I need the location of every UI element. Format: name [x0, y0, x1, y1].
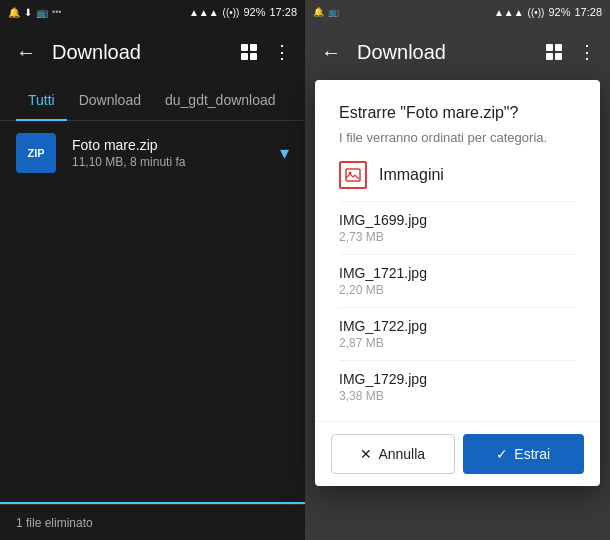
- extract-icon: ✓: [496, 446, 508, 462]
- right-grid-view-button[interactable]: [540, 38, 568, 66]
- cancel-label: Annulla: [378, 446, 425, 462]
- notification-icon: 🔔: [8, 7, 20, 18]
- file-name: Foto mare.zip: [72, 137, 264, 153]
- img-1722-name: IMG_1722.jpg: [339, 318, 576, 334]
- tab-download[interactable]: Download: [67, 80, 153, 120]
- file-info: Foto mare.zip 11,10 MB, 8 minuti fa: [72, 137, 264, 169]
- grid-view-button[interactable]: [235, 38, 263, 66]
- file-row-0: IMG_1699.jpg 2,73 MB: [339, 201, 576, 254]
- images-section-header: Immagini: [339, 161, 576, 189]
- dialog-content: Estrarre "Foto mare.zip"? I file verrann…: [315, 80, 600, 413]
- time-left: 17:28: [269, 6, 297, 18]
- more-options-button[interactable]: ⋮: [267, 35, 297, 69]
- left-status-bar: 🔔 ⬇ 📺 ••• ▲▲▲ ((•)) 92% 17:28: [0, 0, 305, 24]
- wifi-icon: ((•)): [223, 7, 240, 18]
- dots-icon: •••: [52, 7, 61, 17]
- page-title: Download: [52, 41, 227, 64]
- left-panel: 🔔 ⬇ 📺 ••• ▲▲▲ ((•)) 92% 17:28 ← Download…: [0, 0, 305, 540]
- img-1729-size: 3,38 MB: [339, 389, 576, 403]
- extract-button[interactable]: ✓ Estrai: [463, 434, 585, 474]
- right-toolbar: ← Download ⋮: [305, 24, 610, 80]
- img-1729-name: IMG_1729.jpg: [339, 371, 576, 387]
- right-screen-icon: 📺: [328, 7, 339, 17]
- img-1722-size: 2,87 MB: [339, 336, 576, 350]
- tab-du-gdt[interactable]: du_gdt_download: [153, 80, 288, 120]
- screen-icon: 📺: [36, 7, 48, 18]
- right-notification-icon: 🔔: [313, 7, 324, 17]
- dialog-actions: ✕ Annulla ✓ Estrai: [315, 421, 600, 486]
- download-status-icon: ⬇: [24, 7, 32, 18]
- img-1699-size: 2,73 MB: [339, 230, 576, 244]
- toolbar-icons: ⋮: [235, 35, 297, 69]
- zip-file-icon: ZIP: [16, 133, 56, 173]
- cancel-button[interactable]: ✕ Annulla: [331, 434, 455, 474]
- tab-tutti[interactable]: Tutti: [16, 80, 67, 120]
- img-1721-name: IMG_1721.jpg: [339, 265, 576, 281]
- signal-icon: ▲▲▲: [189, 7, 219, 18]
- bottom-bar: 1 file eliminato: [0, 504, 305, 540]
- file-row-2: IMG_1722.jpg 2,87 MB: [339, 307, 576, 360]
- right-time: 17:28: [574, 6, 602, 18]
- right-battery: 92%: [548, 6, 570, 18]
- extract-label: Estrai: [514, 446, 550, 462]
- left-toolbar: ← Download ⋮: [0, 24, 305, 80]
- tabs-bar: Tutti Download du_gdt_download: [0, 80, 305, 121]
- right-panel: 🔔 📺 ▲▲▲ ((•)) 92% 17:28 ← Download ⋮ Est…: [305, 0, 610, 540]
- bottom-status-text: 1 file eliminato: [16, 516, 93, 530]
- file-meta: 11,10 MB, 8 minuti fa: [72, 155, 264, 169]
- file-row-1: IMG_1721.jpg 2,20 MB: [339, 254, 576, 307]
- images-icon: [339, 161, 367, 189]
- dialog-title: Estrarre "Foto mare.zip"?: [339, 104, 576, 122]
- file-item[interactable]: ZIP Foto mare.zip 11,10 MB, 8 minuti fa …: [0, 121, 305, 185]
- extract-dialog: Estrarre "Foto mare.zip"? I file verrann…: [315, 80, 600, 486]
- right-page-title: Download: [357, 41, 532, 64]
- battery-left: 92%: [243, 6, 265, 18]
- right-back-button[interactable]: ←: [313, 33, 349, 72]
- img-1721-size: 2,20 MB: [339, 283, 576, 297]
- right-signal-icon: ▲▲▲: [494, 7, 524, 18]
- images-section-label: Immagini: [379, 166, 444, 184]
- back-button[interactable]: ←: [8, 33, 44, 72]
- right-toolbar-icons: ⋮: [540, 35, 602, 69]
- right-more-options-button[interactable]: ⋮: [572, 35, 602, 69]
- dialog-subtitle: I file verranno ordinati per categoria.: [339, 130, 576, 145]
- cancel-icon: ✕: [360, 446, 372, 462]
- right-wifi-icon: ((•)): [528, 7, 545, 18]
- file-list: ZIP Foto mare.zip 11,10 MB, 8 minuti fa …: [0, 121, 305, 504]
- svg-rect-0: [346, 169, 360, 181]
- progress-indicator: [0, 502, 305, 504]
- expand-icon[interactable]: ▾: [280, 142, 289, 164]
- file-row-3: IMG_1729.jpg 3,38 MB: [339, 360, 576, 413]
- img-1699-name: IMG_1699.jpg: [339, 212, 576, 228]
- right-status-bar: 🔔 📺 ▲▲▲ ((•)) 92% 17:28: [305, 0, 610, 24]
